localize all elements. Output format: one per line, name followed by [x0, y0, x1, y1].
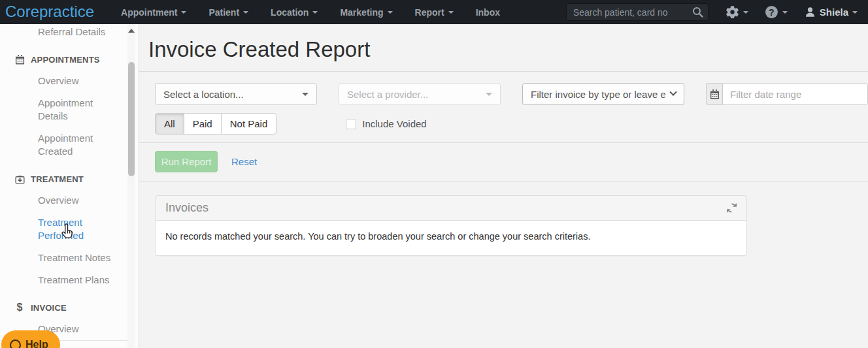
run-report-button[interactable]: Run Report — [155, 151, 218, 172]
sidebar-item-treatment-plans[interactable]: Treatment Plans — [0, 269, 127, 291]
sidebar-section-title: TREATMENT — [31, 174, 84, 184]
sidebar-section-treatment: TREATMENT — [0, 163, 127, 189]
provider-select-value: Select a provider... — [347, 89, 480, 100]
sidebar-item-appointment-created[interactable]: Appointment Created — [0, 127, 98, 163]
menu-report[interactable]: Report — [404, 0, 465, 24]
status-paid-button[interactable]: Paid — [184, 113, 222, 134]
status-not-paid-button[interactable]: Not Paid — [221, 113, 277, 134]
navbar-right-group: ? Shiela — [566, 3, 868, 21]
question-circle-icon: ? — [765, 6, 778, 18]
title-divider — [139, 71, 868, 72]
chevron-down-icon — [669, 89, 676, 96]
sidebar-section-appointments: APPOINTMENTS — [0, 43, 127, 70]
sidebar-section-invoice: $ INVOICE — [0, 291, 127, 318]
sidebar-item-referral-details[interactable]: Referral Details — [0, 24, 127, 43]
search-input[interactable] — [566, 3, 709, 21]
chevron-down-icon — [312, 11, 318, 14]
provider-select[interactable]: Select a provider... — [339, 83, 501, 105]
date-range-input[interactable] — [722, 83, 868, 105]
chevron-down-icon — [782, 11, 788, 14]
chevron-down-icon — [852, 11, 858, 14]
include-voided-checkbox[interactable] — [346, 119, 356, 129]
sidebar-scrollbar-thumb[interactable] — [128, 62, 135, 176]
menu-patient[interactable]: Patient — [197, 0, 259, 24]
chevron-down-icon — [181, 11, 186, 14]
sidebar-item-treatment-performed[interactable]: Treatment Performed — [0, 212, 98, 247]
main-content: Invoice Created Report Select a location… — [139, 24, 868, 348]
filter-row-2: All Paid Not Paid Include Voided — [155, 113, 868, 134]
chevron-down-icon — [388, 11, 393, 14]
invoice-type-select[interactable]: Filter invoice by type or leave empty — [522, 83, 684, 105]
sidebar-item-appointment-details[interactable]: Appointment Details — [0, 92, 98, 127]
brand-logo[interactable]: Corepractice — [0, 3, 101, 22]
invoices-empty-message: No records matched your search. You can … — [156, 220, 746, 255]
menu-location[interactable]: Location — [259, 0, 329, 24]
menu-inbox[interactable]: Inbox — [465, 0, 511, 24]
menu-location-label: Location — [271, 7, 309, 18]
user-menu[interactable]: Shiela — [805, 7, 858, 18]
report-sidebar: Referral Details APPOINTMENTS Overview A… — [0, 24, 139, 348]
caret-down-icon — [302, 93, 309, 96]
sidebar-scroll-area: Referral Details APPOINTMENTS Overview A… — [0, 24, 127, 348]
menu-marketing[interactable]: Marketing — [329, 0, 403, 24]
menu-appointment-label: Appointment — [121, 7, 177, 18]
menu-report-label: Report — [415, 7, 444, 18]
date-range-group — [706, 83, 868, 105]
user-name: Shiela — [820, 7, 848, 18]
page-title: Invoice Created Report — [148, 37, 868, 62]
medkit-icon — [14, 174, 25, 184]
chevron-down-icon — [743, 11, 748, 14]
patient-search — [566, 3, 709, 21]
top-navbar: Corepractice Appointment Patient Locatio… — [0, 0, 868, 24]
invoices-panel: Invoices No records matched your search.… — [155, 195, 747, 256]
menu-marketing-label: Marketing — [340, 7, 383, 18]
report-filters: Select a location... Select a provider..… — [155, 83, 868, 134]
reset-link[interactable]: Reset — [231, 156, 257, 167]
help-beacon-label: Help — [25, 339, 48, 348]
menu-inbox-label: Inbox — [476, 7, 500, 18]
sidebar-section-title: APPOINTMENTS — [31, 55, 100, 65]
scrollbar-up-arrow[interactable] — [128, 29, 135, 33]
location-select-value: Select a location... — [163, 89, 297, 100]
invoices-panel-title: Invoices — [165, 201, 209, 215]
invoices-panel-heading: Invoices — [156, 196, 746, 220]
sidebar-item-appointments-overview[interactable]: Overview — [0, 70, 127, 92]
search-icon[interactable] — [692, 7, 703, 18]
app-window: Corepractice Appointment Patient Locatio… — [0, 0, 868, 348]
sidebar-item-treatment-overview[interactable]: Overview — [0, 189, 127, 212]
main-menu: Appointment Patient Location Marketing R… — [110, 0, 511, 24]
include-voided-control: Include Voided — [346, 118, 426, 129]
calendar-icon — [14, 54, 25, 65]
status-all-button[interactable]: All — [155, 113, 184, 134]
menu-appointment[interactable]: Appointment — [110, 0, 197, 24]
location-select[interactable]: Select a location... — [155, 83, 317, 105]
gear-icon — [726, 5, 739, 19]
help-circle-icon — [10, 340, 21, 348]
sidebar-item-treatment-notes[interactable]: Treatment Notes — [0, 247, 127, 269]
user-icon — [805, 7, 816, 18]
filter-row-1: Select a location... Select a provider..… — [155, 83, 868, 105]
caret-down-icon — [486, 93, 492, 96]
chevron-down-icon — [243, 11, 248, 14]
help-menu[interactable]: ? — [765, 6, 788, 18]
status-button-group: All Paid Not Paid — [155, 113, 276, 134]
help-beacon-button[interactable]: Help — [1, 330, 60, 348]
settings-menu[interactable] — [726, 5, 748, 19]
menu-patient-label: Patient — [209, 7, 239, 18]
dollar-glyph: $ — [17, 302, 23, 313]
run-report-row: Run Report Reset — [155, 151, 868, 172]
refresh-icon[interactable] — [727, 203, 737, 213]
dollar-icon: $ — [14, 302, 25, 313]
invoice-type-select-value: Filter invoice by type or leave empty — [531, 89, 665, 100]
actions-divider — [139, 181, 868, 182]
include-voided-label: Include Voided — [362, 118, 426, 129]
chevron-down-icon — [448, 11, 454, 14]
filters-divider — [139, 142, 868, 143]
calendar-icon[interactable] — [706, 83, 722, 105]
sidebar-scrollbar-track[interactable] — [127, 24, 135, 348]
sidebar-section-title: INVOICE — [31, 303, 67, 313]
